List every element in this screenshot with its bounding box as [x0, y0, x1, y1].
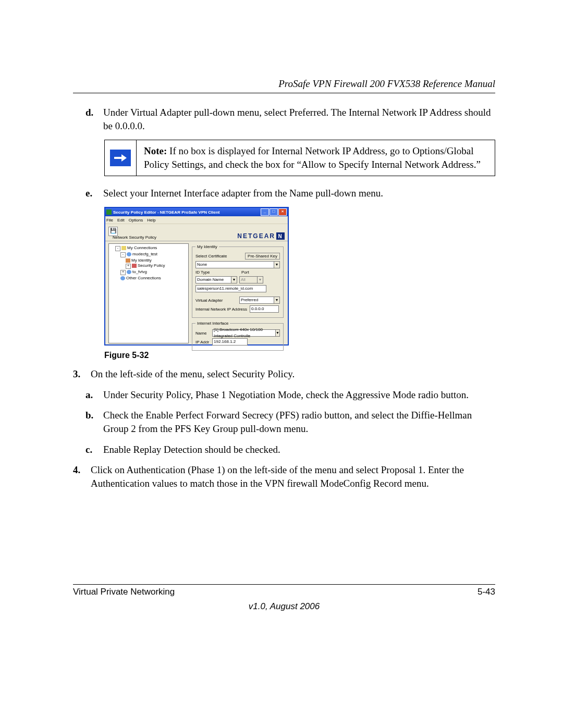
certificate-select[interactable]: None▼: [195, 261, 280, 268]
menu-file[interactable]: File: [106, 218, 113, 223]
app-icon: [106, 209, 112, 215]
menu-help[interactable]: Help: [147, 218, 155, 223]
step-3-marker: 3.: [73, 367, 91, 381]
tree-collapse-icon[interactable]: -: [120, 252, 126, 257]
chevron-down-icon: ▼: [257, 277, 263, 283]
select-certificate-label: Select Certificate: [195, 254, 227, 258]
step-4: 4. Click on Authentication (Phase 1) on …: [73, 463, 495, 490]
netgear-logo: NETGEAR N: [237, 232, 285, 240]
step-e-marker: e.: [85, 187, 103, 200]
folder-icon: [121, 246, 126, 250]
interface-name-label: Name: [195, 331, 210, 336]
netgear-mark-icon: N: [276, 232, 285, 240]
step-4-marker: 4.: [73, 463, 91, 490]
domain-name-input[interactable]: salesperson11.remote_id.com: [195, 285, 266, 292]
chevron-down-icon: ▼: [274, 297, 279, 303]
step-4-text: Click on Authentication (Phase 1) on the…: [91, 463, 495, 490]
figure-screenshot: Security Policy Editor - NETGEAR ProSafe…: [104, 207, 495, 346]
step-3a: a. Under Security Policy, Phase 1 Negoti…: [85, 388, 495, 402]
step-3a-text: Under Security Policy, Phase 1 Negotiati…: [103, 388, 495, 402]
internet-interface-legend: Internet Interface: [195, 321, 230, 326]
netgear-logo-text: NETGEAR: [237, 232, 275, 240]
window-title: Security Policy Editor - NETGEAR ProSafe…: [113, 210, 220, 215]
internal-ip-label: Internal Network IP Address: [195, 307, 248, 312]
step-3c-text: Enable Replay Detection should be checke…: [103, 443, 495, 456]
port-label: Port: [241, 270, 262, 275]
ip-addr-label: IP Addr: [195, 340, 210, 344]
identity-form: My Identity Select Certificate Pre-Share…: [190, 241, 288, 346]
menu-edit[interactable]: Edit: [117, 218, 125, 223]
tree-conn1[interactable]: modecfg_test: [132, 252, 157, 256]
app-window: Security Policy Editor - NETGEAR ProSafe…: [104, 207, 289, 346]
toolbar: 💾 Network Security Policy NETGEAR N: [105, 224, 288, 241]
tree-expand-icon[interactable]: +: [126, 264, 131, 269]
step-3: 3. On the left-side of the menu, select …: [73, 367, 495, 381]
step-3b-text: Check the Enable Perfect Forward Secrecy…: [103, 409, 495, 435]
identity-icon: [126, 258, 130, 263]
titlebar: Security Policy Editor - NETGEAR ProSafe…: [105, 208, 288, 216]
id-type-label: ID Type: [195, 270, 227, 275]
close-button[interactable]: ×: [278, 208, 287, 216]
tree-other-connections[interactable]: Other Connections: [126, 276, 161, 280]
connection-tree[interactable]: -My Connections -modecfg_test My Identit…: [108, 243, 189, 343]
internet-interface-fieldset: Internet Interface Name [1] Broadcom 440…: [192, 321, 284, 351]
step-3c: c. Enable Replay Detection should be che…: [85, 443, 495, 456]
id-type-select[interactable]: Domain Name▼: [195, 276, 237, 283]
tree-my-identity[interactable]: My Identity: [131, 258, 152, 263]
step-d: d. Under Virtual Adapter pull-down menu,…: [85, 106, 495, 132]
footer-version: v1.0, August 2006: [73, 601, 495, 612]
footer: Virtual Private Networking 5-43: [73, 587, 495, 597]
chevron-down-icon: ▼: [231, 277, 237, 283]
tree-conn2[interactable]: to_fvtvg: [132, 269, 147, 274]
note-label: Note:: [144, 145, 167, 156]
globe-icon: [127, 270, 131, 274]
virtual-adapter-label: Virtual Adapter: [195, 298, 237, 303]
interface-name-select[interactable]: [1] Broadcom 440x 10/100 Integrated Cont…: [212, 329, 280, 337]
note-text: Note: If no box is displayed for Interna…: [137, 140, 495, 176]
lock-icon: [132, 264, 137, 268]
note-box: Note: If no box is displayed for Interna…: [104, 140, 495, 176]
tree-expand-icon[interactable]: +: [120, 270, 126, 275]
footer-rule: [73, 584, 495, 585]
step-3b-marker: b.: [85, 409, 103, 435]
menu-options[interactable]: Options: [129, 218, 143, 223]
tree-security-policy[interactable]: Security Policy: [138, 263, 165, 268]
footer-section: Virtual Private Networking: [73, 587, 175, 597]
menubar: File Edit Options Help: [105, 216, 288, 224]
header-rule: [73, 93, 495, 93]
step-3a-marker: a.: [85, 388, 103, 402]
step-3c-marker: c.: [85, 443, 103, 456]
step-e: e. Select your Internet Interface adapte…: [85, 187, 495, 200]
step-d-marker: d.: [85, 106, 103, 132]
note-body: If no box is displayed for Internal Netw…: [144, 145, 481, 170]
page-header-title: ProSafe VPN Firewall 200 FVX538 Referenc…: [73, 78, 495, 90]
figure-caption: Figure 5-32: [104, 351, 495, 360]
tree-collapse-icon[interactable]: -: [115, 246, 120, 251]
ip-addr-value: 192.168.1.2: [212, 338, 248, 346]
virtual-adapter-select[interactable]: Preferred▼: [239, 297, 280, 304]
pre-shared-key-button[interactable]: Pre-Shared Key: [245, 253, 280, 260]
minimize-button[interactable]: _: [261, 208, 269, 216]
step-3-text: On the left-side of the menu, select Sec…: [91, 367, 495, 381]
port-select: All▼: [239, 276, 263, 283]
my-identity-fieldset: My Identity Select Certificate Pre-Share…: [192, 244, 284, 318]
chevron-down-icon: ▼: [275, 330, 279, 336]
chevron-down-icon: ▼: [274, 262, 279, 268]
globe-icon: [120, 276, 125, 280]
arrow-right-icon: [110, 150, 131, 166]
step-3b: b. Check the Enable Perfect Forward Secr…: [85, 409, 495, 435]
step-e-text: Select your Internet Interface adapter f…: [103, 187, 495, 200]
globe-icon: [127, 252, 131, 256]
tree-my-connections[interactable]: My Connections: [127, 245, 157, 250]
my-identity-legend: My Identity: [195, 244, 219, 249]
network-security-policy-label: Network Security Policy: [108, 235, 156, 240]
step-d-text: Under Virtual Adapter pull-down menu, se…: [103, 106, 495, 132]
maximize-button[interactable]: □: [270, 208, 278, 216]
internal-ip-input[interactable]: 0.0.0.0: [250, 305, 279, 313]
footer-page-number: 5-43: [478, 587, 495, 597]
